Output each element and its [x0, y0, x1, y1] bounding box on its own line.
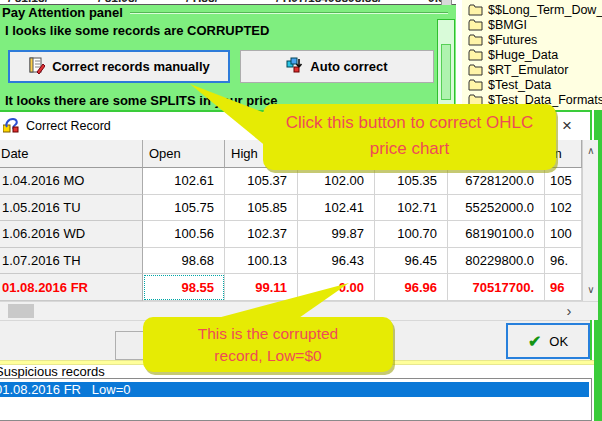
- tree-item[interactable]: $Futures: [468, 32, 537, 47]
- callout-text: Click this button to correct OHLC: [263, 110, 556, 136]
- corrupted-record-callout: This is the corrupted record, Low=$0: [143, 317, 393, 372]
- button-callout: Click this button to correct OHLC price …: [263, 104, 556, 170]
- tree-item-label: $BMGI: [488, 18, 527, 32]
- panel-scrollbar[interactable]: [437, 19, 455, 107]
- column-header-date: Date: [0, 140, 143, 168]
- check-icon: ✔: [528, 332, 541, 351]
- suspicious-records-label: Suspicious records: [0, 364, 105, 379]
- grid-cell[interactable]: 100.56: [143, 221, 225, 248]
- dialog-title: Correct Record: [26, 119, 111, 133]
- grid-cell[interactable]: 96.43: [298, 248, 375, 275]
- tree-item[interactable]: $Huge_Data: [468, 47, 558, 62]
- date-cell[interactable]: 1.07.2016 TH: [0, 248, 143, 275]
- folder-icon: [468, 19, 483, 31]
- button-label: Correct records manually: [52, 59, 210, 74]
- scrollbar-thumb[interactable]: [8, 304, 34, 318]
- splits-message: It looks there are some SPLITS in your p…: [5, 93, 277, 108]
- grid-cell[interactable]: 105.75: [143, 195, 225, 222]
- date-cell-corrupted[interactable]: 01.08.2016 FR: [0, 274, 143, 301]
- panel-title: Pay Attention panel: [2, 5, 123, 20]
- grid-cell[interactable]: 99.87: [298, 221, 375, 248]
- grid-cell[interactable]: 102: [545, 195, 582, 222]
- grid-cell[interactable]: 105.37: [225, 168, 298, 195]
- grid-cell[interactable]: 68190100.0: [448, 221, 545, 248]
- grid-cell[interactable]: 100: [545, 221, 582, 248]
- grid-cell[interactable]: 70517700.: [448, 274, 545, 301]
- folder-tree: $$Long_Term_Dow_ $BMGI $Futures $Huge_Da…: [462, 0, 602, 110]
- folder-icon: [468, 64, 483, 76]
- folder-icon: [468, 34, 483, 46]
- tree-item-label: $RT_Emulator: [488, 63, 568, 77]
- callout-text: record, Low=$0: [143, 345, 393, 367]
- folder-icon: [468, 79, 483, 91]
- tree-item-label: $Test_Data: [488, 78, 551, 92]
- suspicious-record-item[interactable]: 01.08.2016 FR Low=0: [0, 382, 589, 397]
- tree-item-label: $$Long_Term_Dow_: [488, 3, 602, 17]
- callout-text: This is the corrupted: [143, 323, 393, 345]
- grid-cell[interactable]: 105.35: [375, 168, 448, 195]
- scroll-up-icon[interactable]: ∧: [583, 142, 599, 158]
- date-cell[interactable]: 1.05.2016 TU: [0, 195, 143, 222]
- date-cell[interactable]: 1.04.2016 MO: [0, 168, 143, 195]
- grid-cell[interactable]: 105.85: [225, 195, 298, 222]
- grid-cell[interactable]: 100.13: [225, 248, 298, 275]
- grid-cell[interactable]: 102.37: [225, 221, 298, 248]
- tree-item-label: $Huge_Data: [488, 48, 558, 62]
- grid-cell[interactable]: 80229800.0: [448, 248, 545, 275]
- grid-cell[interactable]: 96: [545, 274, 582, 301]
- folder-icon: [468, 49, 483, 61]
- edit-records-icon: [28, 57, 45, 77]
- scrollbar-thumb[interactable]: [441, 44, 451, 100]
- grid-cell[interactable]: 102.00: [298, 168, 375, 195]
- grid-cell[interactable]: 105: [545, 168, 582, 195]
- grid-cell[interactable]: 99.11: [225, 274, 298, 301]
- ok-button[interactable]: ✔ OK: [506, 323, 590, 359]
- callout-text: price chart: [263, 136, 556, 162]
- grid-cell[interactable]: 100.70: [375, 221, 448, 248]
- grid-cell[interactable]: 96.45: [375, 248, 448, 275]
- scroll-right-icon[interactable]: ›: [560, 301, 578, 320]
- screen: / 81.18/ / 81.98/ / H88/ / H97/18498898.…: [0, 0, 602, 421]
- ok-label: OK: [549, 334, 568, 349]
- correct-records-manually-button[interactable]: Correct records manually: [8, 50, 230, 83]
- date-cell[interactable]: 1.06.2016 WD: [0, 221, 143, 248]
- grid-cell[interactable]: 102.61: [143, 168, 225, 195]
- groupbox-line: [130, 12, 448, 14]
- corrupted-message: I looks like some records are CORRUPTED: [5, 23, 269, 38]
- grid-cell[interactable]: 96.96: [375, 274, 448, 301]
- tree-item[interactable]: $RT_Emulator: [468, 62, 568, 77]
- folder-icon: [468, 4, 483, 16]
- suspicious-records-list[interactable]: 01.08.2016 FR Low=0: [0, 378, 592, 421]
- grid-cell[interactable]: 67281200.0: [448, 168, 545, 195]
- grid-cell[interactable]: 98.68: [143, 248, 225, 275]
- selected-cell[interactable]: 98.55: [143, 274, 225, 301]
- grid-cell[interactable]: 102.71: [375, 195, 448, 222]
- button-label: Auto correct: [310, 59, 387, 74]
- scroll-down-icon[interactable]: ∨: [583, 281, 599, 297]
- tree-item-label: $Futures: [488, 33, 537, 47]
- tree-item[interactable]: $$Long_Term_Dow_: [468, 2, 602, 17]
- auto-correct-icon: [286, 57, 303, 76]
- close-button[interactable]: ×: [552, 113, 582, 139]
- grid-cell[interactable]: 102.41: [298, 195, 375, 222]
- grid-cell[interactable]: 55252000.0: [448, 195, 545, 222]
- grid-cell[interactable]: 96.: [545, 248, 582, 275]
- vertical-scrollbar[interactable]: ∧ ∨: [582, 140, 598, 301]
- dialog-icon: [3, 117, 19, 137]
- attention-panel: Pay Attention panel I looks like some re…: [0, 5, 456, 110]
- close-icon: ×: [562, 116, 572, 136]
- corrupted-low-cell[interactable]: 0.00: [298, 274, 375, 301]
- auto-correct-button[interactable]: Auto correct: [240, 50, 434, 83]
- tree-item[interactable]: $BMGI: [468, 17, 527, 32]
- column-header-open: Open: [143, 140, 225, 168]
- tree-item[interactable]: $Test_Data: [468, 77, 551, 92]
